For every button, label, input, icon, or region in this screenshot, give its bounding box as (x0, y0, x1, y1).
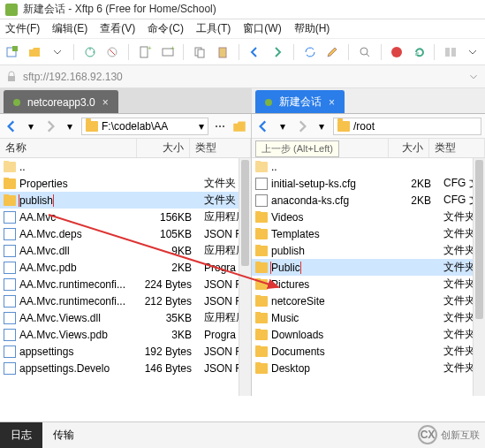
watermark: CX 创新互联 (418, 425, 480, 444)
menu-edit[interactable]: 编辑(E) (52, 21, 87, 36)
up-icon[interactable]: ⋯ (212, 118, 228, 134)
item-name: Downloads (271, 329, 323, 341)
sync-icon[interactable] (301, 42, 319, 62)
path-local[interactable]: F:\codelab\AA ▾ (81, 118, 208, 135)
list-item[interactable]: initial-setup-ks.cfg2KBCFG 文 (252, 175, 485, 192)
list-item[interactable]: publish文件夹 (0, 192, 251, 209)
menu-command[interactable]: 命令(C) (148, 21, 184, 36)
item-name: AA.Mvc.runtimeconfi... (19, 295, 125, 308)
dropdown-icon[interactable] (49, 42, 66, 62)
list-item[interactable]: anaconda-ks.cfg2KBCFG 文 (252, 192, 485, 209)
options-icon[interactable] (464, 42, 481, 62)
nav-row-remote: ▾ ▾ /root (252, 114, 485, 139)
forward-icon[interactable] (42, 118, 58, 134)
list-item[interactable]: AA.Mvc.runtimeconfi...212 BytesJSON F (0, 292, 251, 309)
file-icon (4, 228, 16, 240)
svg-rect-15 (8, 76, 15, 81)
menu-tools[interactable]: 工具(T) (196, 21, 231, 36)
back-dropdown-icon[interactable]: ▾ (275, 118, 291, 134)
svg-rect-4 (140, 47, 148, 57)
list-item[interactable]: .. (0, 158, 251, 175)
layout-icon[interactable] (442, 42, 459, 62)
close-icon[interactable]: × (102, 96, 109, 109)
footer-tab-transfer[interactable]: 传输 (42, 422, 85, 449)
app-icon (5, 4, 18, 16)
forward-icon[interactable] (294, 118, 310, 134)
new-transfer-icon[interactable]: + (159, 42, 177, 62)
file-icon (4, 262, 16, 274)
new-file-icon[interactable]: + (136, 42, 154, 62)
list-item[interactable]: Desktop文件夹 (252, 360, 485, 376)
list-item[interactable]: .. (252, 158, 485, 175)
transfer-right-icon[interactable] (269, 42, 286, 62)
columns-local: 名称 大小 类型 (0, 139, 251, 158)
item-name: netcoreSite (271, 295, 325, 308)
svg-rect-1 (12, 46, 18, 51)
home-icon[interactable] (231, 118, 247, 134)
list-item[interactable]: Properties文件夹 (0, 175, 251, 192)
disconnect-icon[interactable] (104, 42, 122, 62)
drag-arrow-annotation (49, 215, 287, 294)
col-name[interactable]: 名称 (0, 139, 137, 157)
item-size: 146 Bytes (144, 362, 197, 375)
paste-icon[interactable] (214, 42, 231, 62)
back-icon[interactable] (4, 118, 19, 134)
item-name: .. (271, 161, 277, 173)
forward-dropdown-icon[interactable]: ▾ (62, 118, 78, 134)
svg-rect-9 (198, 49, 204, 57)
tooltip: 上一步 (Alt+Left) (255, 140, 339, 157)
file-icon (255, 178, 268, 190)
back-dropdown-icon[interactable]: ▾ (23, 118, 39, 134)
footer-tab-log[interactable]: 日志 (0, 422, 42, 449)
titlebar: 新建会话 - Xftp 6 (Free for Home/School) (0, 0, 485, 19)
menu-view[interactable]: 查看(V) (100, 21, 135, 36)
tab-remote[interactable]: 新建会话 × (255, 90, 345, 113)
new-session-icon[interactable] (4, 42, 21, 62)
forward-dropdown-icon[interactable]: ▾ (314, 118, 330, 134)
list-item[interactable]: appsettings192 BytesJSON F (0, 343, 251, 360)
path-remote[interactable]: /root (333, 118, 481, 135)
item-name: publish (19, 194, 53, 207)
address-dropdown-icon[interactable] (467, 67, 480, 87)
list-item[interactable]: appsettings.Develo146 BytesJSON F (0, 360, 251, 376)
menu-window[interactable]: 窗口(W) (243, 21, 281, 36)
scrollbar[interactable] (473, 158, 485, 396)
folder-icon (4, 178, 16, 189)
folder-icon (255, 296, 268, 307)
refresh-icon[interactable] (411, 42, 428, 62)
up-folder-icon (4, 162, 16, 172)
list-item[interactable]: AA.Mvc.Views.pdb3KBProgra (0, 326, 251, 343)
item-name: AA.Mvc.Views.pdb (19, 329, 108, 341)
item-name: anaconda-ks.cfg (271, 194, 349, 207)
columns-remote: 上一步 (Alt+Left) 名称 大小 类型 (252, 139, 485, 158)
address-text[interactable]: sftp://192.168.92.130 (23, 71, 462, 83)
col-size[interactable]: 大小 (389, 139, 429, 157)
close-icon[interactable]: × (329, 96, 335, 109)
col-type[interactable]: 类型 (429, 139, 485, 157)
list-item[interactable]: netcoreSite文件夹 (252, 292, 485, 309)
open-icon[interactable] (27, 42, 44, 62)
file-icon (4, 245, 16, 257)
path-text: /root (353, 120, 375, 133)
folder-icon (255, 346, 268, 357)
list-item[interactable]: Music文件夹 (252, 309, 485, 326)
list-item[interactable]: Downloads文件夹 (252, 326, 485, 343)
item-name: appsettings.Develo (19, 362, 110, 375)
list-item[interactable]: AA.Mvc.Views.dll35KB应用程序 (0, 309, 251, 326)
col-type[interactable]: 类型 (190, 139, 251, 157)
reconnect-icon[interactable] (81, 42, 99, 62)
col-size[interactable]: 大小 (137, 139, 190, 157)
search-icon[interactable] (356, 42, 374, 62)
folder-icon (255, 313, 268, 323)
list-item[interactable]: Documents文件夹 (252, 343, 485, 360)
edit-icon[interactable] (323, 42, 341, 62)
menu-help[interactable]: 帮助(H) (294, 21, 330, 36)
status-dot-icon (13, 99, 20, 106)
menu-file[interactable]: 文件(F) (5, 21, 40, 36)
tab-local[interactable]: netcoreapp3.0 × (4, 90, 118, 113)
svg-point-12 (391, 47, 402, 57)
stop-icon[interactable] (388, 42, 405, 62)
back-icon[interactable] (255, 118, 271, 134)
transfer-left-icon[interactable] (246, 42, 263, 62)
copy-icon[interactable] (191, 42, 208, 62)
